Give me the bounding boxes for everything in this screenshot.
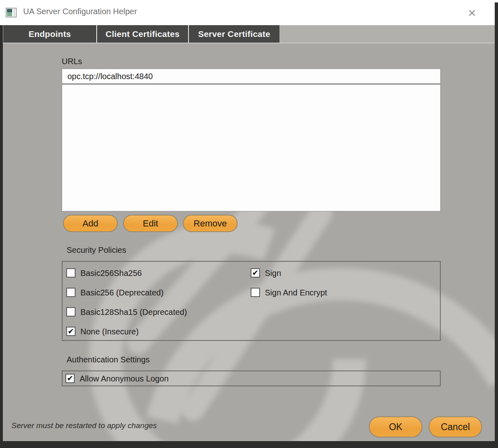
checkbox-allow-anonymous-logon[interactable]: ✔ Allow Anonymous Logon	[65, 374, 169, 383]
add-button[interactable]: Add	[63, 215, 118, 232]
remove-button[interactable]: Remove	[183, 215, 238, 232]
checkbox-box[interactable]: ✔	[66, 307, 76, 317]
checkbox-box[interactable]: ✔	[65, 374, 75, 383]
checkbox-box[interactable]: ✔	[66, 268, 76, 278]
security-policies-groupbox: ✔ Basic256Sha256 ✔ Basic256 (Deprecated)…	[62, 261, 441, 341]
checkbox-label[interactable]: Basic256Sha256	[80, 268, 142, 278]
url-list-item[interactable]: opc.tcp://localhost:4840	[62, 69, 440, 84]
checkbox-box[interactable]: ✔	[66, 288, 76, 297]
checkbox-none-insecure[interactable]: ✔ None (Insecure)	[66, 327, 139, 336]
checkbox-box[interactable]: ✔	[66, 327, 76, 336]
checkbox-label[interactable]: Basic256 (Deprecated)	[80, 288, 164, 297]
urls-label: URLs	[62, 57, 82, 66]
authentication-groupbox: ✔ Allow Anonymous Logon	[62, 370, 441, 386]
checkbox-box[interactable]: ✔	[251, 288, 260, 297]
edit-button[interactable]: Edit	[123, 215, 178, 232]
checkbox-basic256-deprecated[interactable]: ✔ Basic256 (Deprecated)	[66, 288, 164, 297]
window-border-bottom	[0, 441, 498, 448]
checkbox-label[interactable]: Basic128Sha15 (Deprecated)	[80, 307, 187, 317]
form-layer: URLs opc.tcp://localhost:4840 Add Edit R…	[0, 0, 498, 448]
checkbox-basic256sha256[interactable]: ✔ Basic256Sha256	[66, 268, 142, 278]
checkbox-label[interactable]: None (Insecure)	[80, 327, 139, 336]
window-border-left	[0, 25, 3, 448]
check-icon: ✔	[67, 375, 74, 382]
authentication-settings-label: Authentication Settings	[67, 355, 150, 364]
checkbox-label[interactable]: Sign	[265, 268, 281, 278]
checkbox-sign-and-encrypt[interactable]: ✔ Sign And Encrypt	[251, 288, 327, 297]
ok-button[interactable]: OK	[369, 416, 422, 437]
checkbox-sign[interactable]: ✔ Sign	[251, 268, 281, 278]
checkbox-basic128sha15-deprecated[interactable]: ✔ Basic128Sha15 (Deprecated)	[66, 307, 187, 317]
check-icon: ✔	[68, 327, 74, 335]
window-border-right	[495, 2, 498, 448]
dialog-window: UA Server Configuration Helper × Endpoin…	[0, 0, 498, 448]
check-icon: ✔	[252, 269, 259, 277]
restart-note: Server must be restarted to apply change…	[11, 421, 157, 430]
checkbox-box[interactable]: ✔	[251, 268, 260, 278]
cancel-button[interactable]: Cancel	[429, 416, 482, 437]
checkbox-label[interactable]: Sign And Encrypt	[265, 288, 327, 297]
urls-listbox[interactable]: opc.tcp://localhost:4840	[62, 69, 441, 211]
checkbox-label[interactable]: Allow Anonymous Logon	[80, 374, 169, 383]
security-policies-label: Security Policies	[67, 246, 126, 255]
